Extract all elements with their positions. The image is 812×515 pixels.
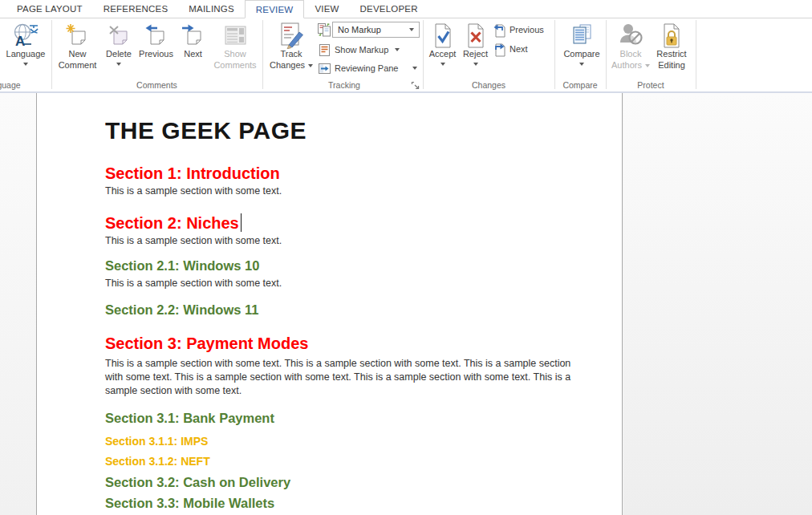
track-changes-label-1: Track — [280, 49, 302, 60]
delete-comment-icon — [107, 22, 132, 49]
previous-change-button[interactable]: Previous — [492, 22, 544, 38]
document-background-right — [623, 93, 812, 515]
group-divider — [51, 20, 52, 89]
restrict-editing-icon — [659, 22, 684, 49]
svg-text:A: A — [15, 34, 25, 49]
delete-comment-label: Delete — [106, 49, 132, 60]
compare-group-label: Compare — [554, 80, 606, 91]
translate-language-icon: A — [13, 22, 39, 49]
next-comment-icon — [181, 22, 205, 49]
show-comments-label-1: Show — [224, 49, 246, 60]
new-comment-label-2: Comment — [59, 60, 97, 71]
block-authors-icon — [617, 22, 644, 49]
document-content: THE GEEK PAGE Section 1: Introduction Th… — [37, 93, 622, 512]
show-markup-label: Show Markup — [335, 45, 388, 55]
group-divider — [262, 20, 263, 89]
reviewing-pane-label: Reviewing Pane — [335, 63, 399, 73]
word-window: PAGE LAYOUT REFERENCES MAILINGS REVIEW V… — [0, 0, 812, 515]
text-cursor — [241, 213, 242, 232]
accept-label: Accept — [429, 49, 457, 60]
doc-body-text[interactable]: This is a sample section with some text. — [105, 277, 587, 290]
next-change-label: Next — [510, 44, 528, 54]
restrict-editing-label-1: Restrict — [656, 49, 686, 60]
doc-heading-section-3-1-2[interactable]: Section 3.1.2: NEFT — [105, 454, 587, 469]
dropdown-arrow-icon — [441, 63, 445, 66]
reviewing-pane-icon — [318, 62, 331, 75]
new-comment-icon — [65, 22, 90, 49]
document-page[interactable]: THE GEEK PAGE Section 1: Introduction Th… — [36, 93, 623, 515]
block-authors-label-2: Authors — [611, 60, 650, 71]
reviewing-pane-button[interactable]: Reviewing Pane — [318, 60, 419, 76]
tab-view[interactable]: VIEW — [304, 0, 349, 18]
dropdown-arrow-icon — [308, 64, 313, 67]
reject-label: Reject — [463, 49, 488, 60]
document-background-left — [0, 93, 36, 515]
protect-group-label: Protect — [606, 80, 696, 91]
dropdown-arrow-icon — [579, 63, 584, 66]
doc-body-text[interactable]: This is a sample section with some text. — [105, 185, 587, 198]
tab-review[interactable]: REVIEW — [245, 0, 305, 18]
doc-heading-section-3-1-1[interactable]: Section 3.1.1: IMPS — [105, 434, 587, 449]
comments-group-label: Comments — [51, 80, 262, 91]
doc-heading-section-2-2[interactable]: Section 2.2: Windows 11 — [105, 302, 587, 318]
track-changes-icon — [278, 22, 305, 49]
group-divider — [554, 20, 555, 89]
changes-group-label: Changes — [424, 80, 554, 91]
previous-comment-label: Previous — [139, 49, 173, 60]
display-for-review-combobox[interactable]: No Markup — [332, 22, 420, 38]
show-comments-icon — [223, 22, 248, 49]
dropdown-arrow-icon — [473, 63, 478, 66]
tracking-group-label: Tracking — [266, 80, 423, 91]
block-authors-label-1: Block — [620, 49, 642, 60]
combobox-arrow-icon — [409, 28, 414, 31]
doc-body-text[interactable]: This is a sample section with some text. — [105, 234, 587, 248]
show-markup-button[interactable]: Show Markup — [318, 42, 400, 58]
doc-heading-section-1[interactable]: Section 1: Introduction — [105, 163, 587, 185]
new-comment-label-1: New — [68, 49, 86, 60]
dropdown-arrow-icon — [645, 64, 650, 67]
doc-body-paragraph[interactable]: This is a sample section with some text.… — [105, 357, 574, 398]
doc-heading-section-3[interactable]: Section 3: Payment Modes — [105, 333, 587, 355]
language-group-label-partial: guage — [0, 80, 32, 91]
tab-mailings[interactable]: MAILINGS — [178, 0, 245, 18]
compare-icon — [569, 22, 595, 49]
next-comment-label: Next — [184, 49, 202, 60]
tab-references[interactable]: REFERENCES — [93, 0, 179, 18]
ribbon-tab-bar: PAGE LAYOUT REFERENCES MAILINGS REVIEW V… — [0, 0, 812, 18]
group-divider — [606, 20, 607, 89]
show-comments-label-2: Comments — [213, 60, 256, 71]
display-for-review-icon — [317, 22, 331, 38]
previous-comment-icon — [144, 22, 168, 49]
group-divider — [423, 20, 424, 89]
track-changes-label-2: Changes — [270, 60, 313, 71]
dropdown-arrow-icon — [23, 63, 28, 66]
accept-change-icon — [430, 22, 456, 49]
tab-developer[interactable]: DEVELOPER — [350, 0, 428, 18]
display-for-review-value: No Markup — [338, 25, 381, 34]
language-label: Language — [6, 49, 46, 60]
restrict-editing-label-2: Editing — [658, 60, 685, 71]
doc-heading-section-2[interactable]: Section 2: Niches — [105, 213, 587, 234]
ribbon-review: A Language guage New Comment — [0, 18, 812, 91]
ribbon-bottom-border — [0, 91, 812, 93]
previous-change-label: Previous — [510, 25, 544, 34]
dropdown-arrow-icon — [412, 67, 417, 70]
dropdown-arrow-icon — [116, 63, 121, 66]
show-markup-icon — [318, 43, 331, 57]
dropdown-arrow-icon — [395, 48, 400, 51]
tracking-dialog-launcher[interactable] — [411, 81, 420, 91]
doc-heading-section-3-3[interactable]: Section 3.3: Mobile Wallets — [105, 495, 587, 512]
compare-label: Compare — [563, 49, 599, 60]
doc-heading-section-3-1[interactable]: Section 3.1: Bank Payment — [105, 410, 587, 427]
doc-heading-section-2-1[interactable]: Section 2.1: Windows 10 — [105, 258, 587, 274]
next-change-button[interactable]: Next — [492, 41, 528, 57]
document-area: THE GEEK PAGE Section 1: Introduction Th… — [0, 93, 812, 515]
next-change-icon — [492, 42, 506, 57]
doc-heading-section-3-2[interactable]: Section 3.2: Cash on Delivery — [105, 474, 587, 491]
reject-change-icon — [463, 22, 489, 49]
group-divider — [696, 20, 696, 89]
tab-page-layout[interactable]: PAGE LAYOUT — [6, 0, 93, 18]
previous-change-icon — [492, 22, 506, 38]
doc-title[interactable]: THE GEEK PAGE — [105, 117, 587, 144]
